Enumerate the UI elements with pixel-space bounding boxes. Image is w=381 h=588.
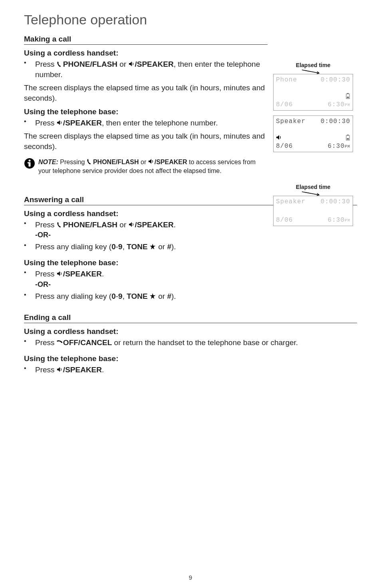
making-call-title: Making a call: [24, 35, 268, 45]
text: ).: [171, 292, 176, 300]
elapsed-time-label: Elapsed time: [269, 62, 357, 68]
key-9: 9: [118, 242, 123, 251]
paragraph: The screen displays the elapsed time as …: [24, 83, 268, 103]
text: Press: [35, 119, 57, 127]
tone-key: TONE: [127, 242, 147, 251]
bullet-item: • Press any dialing key (0-9, TONE or #)…: [24, 291, 357, 302]
text: or: [156, 292, 167, 300]
bullet-dot: •: [24, 220, 35, 227]
lcd-screen-2: Speaker 0:00:30 8/06 6:30PM: [273, 115, 353, 152]
speaker-label: /SPEAKER: [155, 159, 187, 165]
speaker-label: /SPEAKER: [63, 119, 102, 127]
bullet-text: Press OFF/CANCEL or return the handset t…: [35, 338, 298, 348]
battery-icon: [345, 93, 350, 101]
speaker-label: /SPEAKER: [63, 270, 102, 278]
phone-handset-icon: [57, 61, 63, 68]
ending-call-title: Ending a call: [24, 313, 357, 323]
speaker-label: /SPEAKER: [135, 220, 174, 229]
flash-label: FLASH: [117, 159, 139, 165]
lcd-elapsed-time: 0:00:30: [321, 118, 350, 125]
note-label: NOTE:: [38, 159, 58, 165]
text: Press: [35, 338, 57, 347]
text: Press: [35, 270, 57, 278]
hash-key: #: [167, 242, 171, 251]
bullet-dot: •: [24, 242, 35, 249]
text: Pressing: [58, 159, 87, 165]
bullet-item: • Press /SPEAKER, then enter the telepho…: [24, 118, 268, 128]
text: or: [117, 220, 128, 229]
text: or: [117, 60, 128, 68]
bullet-item: • Press any dialing key (0-9, TONE or #)…: [24, 242, 357, 252]
speaker-icon: [57, 120, 63, 126]
speaker-icon: [276, 135, 282, 142]
speaker-icon: [129, 61, 135, 68]
phone-handset-icon: [57, 222, 63, 228]
speaker-label: /SPEAKER: [63, 366, 102, 374]
speaker-icon: [57, 367, 63, 373]
text: ).: [171, 242, 176, 251]
bullet-item: • Press OFF/CANCEL or return the handset…: [24, 338, 357, 348]
base-subtitle: Using the telephone base:: [24, 354, 357, 363]
cordless-subtitle: Using a cordless handset:: [24, 49, 268, 58]
text: or: [139, 159, 148, 165]
bullet-text: Press /SPEAKER.: [35, 269, 104, 279]
speaker-icon: [129, 222, 135, 228]
bullet-text: Press any dialing key (0-9, TONE or #).: [35, 291, 176, 302]
text: or return the handset to the telephone b…: [112, 338, 298, 347]
bullet-dot: •: [24, 59, 35, 66]
bullet-text: Press /SPEAKER.: [35, 365, 104, 375]
text: Press: [35, 366, 57, 374]
base-subtitle: Using the telephone base:: [24, 258, 357, 267]
lcd-ampm: PM: [345, 145, 350, 149]
phone-flash-label: PHONE/: [63, 220, 92, 229]
bullet-item: • Press /SPEAKER.: [24, 365, 357, 375]
text: Press any dialing key (: [35, 242, 111, 251]
off-cancel-label: OFF/: [63, 338, 80, 347]
hash-key: #: [167, 292, 171, 300]
key-0: 0: [111, 292, 116, 300]
paragraph: The screen displays the elapsed time as …: [24, 131, 268, 151]
text: , then enter the telephone number.: [102, 119, 218, 127]
text: .: [174, 220, 176, 229]
info-icon: [24, 158, 37, 171]
text: or: [156, 242, 167, 251]
lcd-ampm: PM: [345, 103, 350, 107]
cancel-label: CANCEL: [80, 338, 112, 347]
figure-group-1: Elapsed time Phone 0:00:30 8/06 6:30PM S…: [269, 62, 357, 157]
tone-key: TONE: [127, 292, 147, 300]
page-number: 9: [0, 574, 381, 581]
key-0: 0: [111, 242, 116, 251]
lcd-date: 8/06: [276, 143, 293, 150]
text: Press: [35, 220, 57, 229]
off-handset-icon: [57, 340, 63, 346]
bullet-text: Press PHONE/FLASH or /SPEAKER, then ente…: [35, 59, 268, 79]
phone-flash-label: PHONE/: [93, 159, 117, 165]
lcd-date: 8/06: [276, 217, 293, 224]
lcd-elapsed-time: 0:00:30: [321, 76, 350, 83]
bullet-item: • Press /SPEAKER.: [24, 269, 357, 279]
cordless-subtitle: Using a cordless handset:: [24, 327, 357, 336]
phone-handset-icon: [87, 159, 93, 165]
text: Press any dialing key (: [35, 292, 111, 300]
text: Press: [35, 60, 57, 68]
page-title: Telephone operation: [24, 12, 357, 28]
bullet-dot: •: [24, 338, 35, 345]
or-separator: -OR-: [35, 231, 357, 239]
bullet-item: • Press PHONE/FLASH or /SPEAKER, then en…: [24, 59, 268, 79]
base-subtitle: Using the telephone base:: [24, 107, 268, 116]
phone-flash-label: PHONE/: [63, 60, 92, 68]
lcd-speaker-label: Speaker: [276, 198, 306, 205]
or-separator: -OR-: [35, 280, 357, 289]
star-icon: [150, 244, 156, 250]
lcd-time: 6:30: [328, 217, 345, 224]
text: ,: [123, 242, 127, 251]
bullet-dot: •: [24, 291, 35, 298]
bullet-dot: •: [24, 269, 35, 276]
flash-label: FLASH: [92, 220, 117, 229]
bullet-text: Press PHONE/FLASH or /SPEAKER.: [35, 220, 176, 230]
speaker-icon: [148, 159, 155, 165]
lcd-time: 6:30: [328, 101, 345, 108]
star-icon: [150, 293, 156, 300]
bullet-text: Press /SPEAKER, then enter the telephone…: [35, 118, 218, 128]
lcd-time: 6:30: [328, 143, 345, 150]
